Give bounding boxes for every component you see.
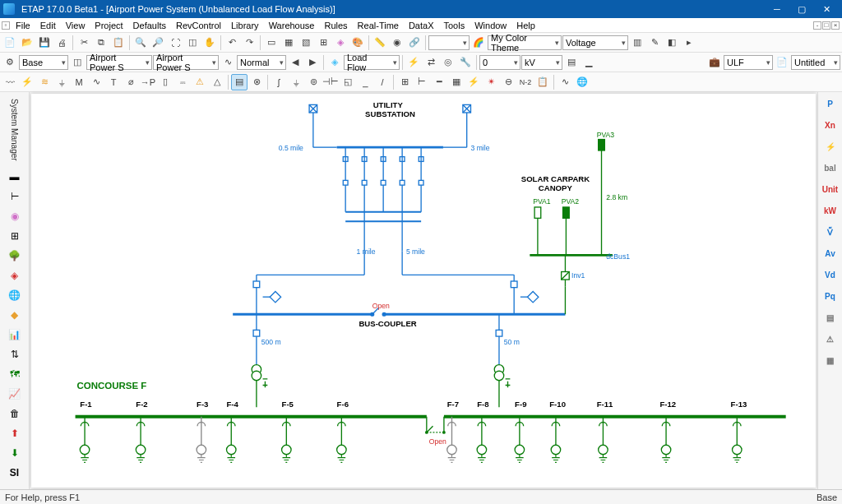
motor-icon[interactable]: M [71,74,87,90]
mdi-min-icon[interactable]: - [813,21,821,30]
cap-icon[interactable]: ⊣⊢ [322,74,339,90]
chart-icon[interactable]: ▁ [581,54,597,71]
wave-icon[interactable]: ∿ [220,54,236,71]
zoom-out-icon[interactable]: 🔎 [150,35,166,51]
bolt-icon[interactable]: ⚡ [405,54,422,71]
dock-si-icon[interactable]: SI [2,464,27,482]
study2-combo[interactable]: Normal [237,55,286,70]
copy-icon[interactable]: ⧉ [93,35,109,51]
rd-alert-icon[interactable]: ⚠ [821,331,840,347]
mdi-close-icon[interactable]: × [831,21,840,30]
dock-network-icon[interactable]: ◉ [2,207,27,225]
dock-branch-icon[interactable]: ⊢ [2,187,27,206]
link-icon[interactable]: 🔗 [406,35,423,51]
menu-project[interactable]: Project [90,20,127,31]
balance-icon[interactable]: ⇄ [423,54,439,71]
dock-shape-icon[interactable]: ◆ [2,306,27,324]
bus-icon[interactable]: ━ [431,74,447,90]
zoom-fit-icon[interactable]: ⛶ [167,35,183,51]
briefcase-icon[interactable]: 💼 [706,54,723,71]
dock-trash-icon[interactable]: 🗑 [2,405,27,423]
gnd-icon[interactable]: ⏚ [288,74,304,90]
doc-icon[interactable]: 📄 [774,54,790,71]
pane-icon[interactable]: ▦ [448,74,465,90]
menu-view[interactable]: View [61,20,90,31]
barcode-icon[interactable]: ▥ [629,35,645,51]
dock-up-icon[interactable]: ⬆ [2,424,27,442]
ulf-icon[interactable]: ▤ [231,74,248,90]
cable-icon[interactable]: ∫ [271,74,287,90]
mdi-max-icon[interactable]: □ [822,21,830,30]
textbox-icon[interactable]: ▭ [263,35,280,51]
paste-icon[interactable]: 📋 [110,35,127,51]
rd-xn[interactable]: Xn [821,117,840,133]
doc-combo[interactable]: Untitled [791,55,840,70]
menu-realtime[interactable]: Real-Time [353,20,404,31]
zoom-in-icon[interactable]: 🔍 [132,35,149,51]
nav-back-icon[interactable]: ◀ [287,54,303,71]
fault-icon[interactable]: ⚡ [465,74,482,90]
ruler-icon[interactable]: 📏 [372,35,388,51]
undo-icon[interactable]: ↶ [224,35,240,51]
menu-window[interactable]: Window [470,20,511,31]
menu-rules[interactable]: Rules [319,20,352,31]
trans-icon[interactable]: T [105,74,122,90]
wave2-icon[interactable]: ∿ [557,74,573,90]
menu-warehouse[interactable]: Warehouse [264,20,320,31]
dock-grid-icon[interactable]: ⊞ [2,227,27,245]
dock-map-icon[interactable]: 🗺 [2,365,27,383]
dc-icon[interactable]: ⎓ [174,74,191,90]
nav-fwd-icon[interactable]: ▶ [304,54,321,71]
switch-icon[interactable]: / [374,74,391,90]
size-combo[interactable] [428,35,470,50]
report-icon[interactable]: 📋 [534,74,551,90]
profile-combo[interactable]: ULF [724,55,773,70]
rd-plot-icon[interactable]: ▦ [821,352,840,368]
mode-combo[interactable]: Load Flow [344,55,400,70]
branch-icon[interactable]: ⊢ [414,74,430,90]
dock-tree-icon[interactable]: 🌳 [2,247,27,265]
unit2-combo[interactable]: kV [521,55,562,70]
rd-kw[interactable]: kW [821,202,840,219]
dock-globe-icon[interactable]: 🌐 [2,286,27,304]
layers-icon[interactable]: ◈ [332,35,349,51]
bolt2-icon[interactable]: ⚡ [19,74,35,90]
pencil-icon[interactable]: ✎ [646,35,663,51]
dock-stats-icon[interactable]: 📈 [2,385,27,403]
unit1-combo[interactable]: 0 [479,55,520,70]
themes-icon[interactable]: 🎨 [349,35,366,51]
warn2-icon[interactable]: △ [209,74,225,90]
sub-icon[interactable]: ◱ [340,74,356,90]
harm-icon[interactable]: ∿ [88,74,104,90]
palette-icon[interactable]: ◧ [664,35,680,51]
rd-report-icon[interactable]: ▤ [821,309,840,326]
impulse-icon[interactable]: ⏚ [53,74,70,90]
config2-icon[interactable]: ◎ [440,54,456,71]
one-line-diagram[interactable]: UTILITY SUBSTATION 0.5 mile 3 mile [31,94,816,488]
mdi-restore-icon[interactable]: ▫ [2,21,10,30]
close-button[interactable]: ✕ [814,0,839,18]
redo-icon[interactable]: ↷ [241,35,257,51]
batt-icon[interactable]: ▯ [157,74,173,90]
menu-datax[interactable]: DataX [404,20,439,31]
wrench-icon[interactable]: 🔧 [457,54,474,71]
new-icon[interactable]: 📄 [2,35,18,51]
spark-icon[interactable]: ✴ [483,74,499,90]
menu-help[interactable]: Help [511,20,540,31]
line-icon[interactable]: ⎯ [357,74,373,90]
n1-icon[interactable]: ⊖ [500,74,516,90]
dock-chart-icon[interactable]: 📊 [2,326,27,344]
rd-av[interactable]: Av [821,245,840,261]
n2-icon[interactable]: N-2 [517,74,534,90]
grid-icon[interactable]: ▦ [280,35,297,51]
config-combo[interactable]: Base [19,55,68,70]
menu-edit[interactable]: Edit [35,20,61,31]
snapshot-icon[interactable]: ▧ [298,35,314,51]
network-combo[interactable]: Airport Power S [86,55,152,70]
maximize-button[interactable]: ▢ [789,0,814,18]
print-icon[interactable]: 🖨 [53,35,70,51]
flag-icon[interactable]: ▸ [681,35,697,51]
pan-icon[interactable]: ✋ [201,35,218,51]
network-icon[interactable]: ◉ [389,35,405,51]
menu-defaults[interactable]: Defaults [128,20,171,31]
